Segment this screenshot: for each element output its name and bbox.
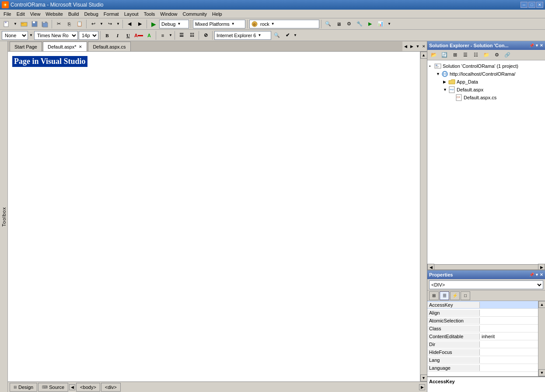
cut-button[interactable]: ✂ — [54, 19, 63, 29]
prop-value-dir[interactable] — [480, 344, 538, 345]
paste-button[interactable]: 📋 — [75, 19, 84, 29]
tb-btn-b[interactable]: 🖥 — [334, 19, 343, 29]
menu-website[interactable]: Website — [43, 10, 66, 18]
tree-default-aspx-cs[interactable]: C# Default.aspx.cs — [429, 94, 543, 102]
app-data-expand[interactable]: ▶ — [443, 80, 448, 84]
se-close-btn[interactable]: ✕ — [540, 43, 543, 48]
prop-target-select[interactable]: <DIV> — [429, 280, 543, 289]
tab-default-aspx-close[interactable]: ✕ — [79, 45, 82, 49]
breadcrumb-body[interactable]: <body> — [76, 383, 100, 392]
menu-build[interactable]: Build — [66, 10, 81, 18]
se-pin-button[interactable]: 📌 — [529, 43, 534, 48]
prop-value-hidefocus[interactable] — [480, 352, 538, 353]
prop-row-dir[interactable]: Dir — [427, 340, 538, 348]
prop-pages-btn[interactable]: □ — [461, 291, 470, 300]
scroll-down-arrow[interactable]: ▼ — [420, 374, 427, 382]
underline-button[interactable]: U — [123, 31, 133, 40]
prop-scrollbar[interactable]: ▲ ▼ — [538, 301, 545, 376]
tb-btn-a[interactable]: 🔍 — [323, 19, 333, 29]
menu-tools[interactable]: Tools — [141, 10, 158, 18]
debug-dropdown[interactable]: Debug ▼ — [159, 20, 189, 28]
save-all-button[interactable] — [40, 19, 50, 29]
menu-debug[interactable]: Debug — [81, 10, 101, 18]
browser-dropdown[interactable]: Internet Explorer 6 ▼ — [214, 31, 271, 40]
prop-row-accesskey[interactable]: AccessKey — [427, 301, 538, 309]
se-tb-btn-5[interactable]: ☷ — [471, 50, 481, 60]
default-aspx-expand[interactable]: ▼ — [443, 88, 448, 92]
menu-view[interactable]: View — [28, 10, 43, 18]
tb-btn-f[interactable]: 📊 — [376, 19, 385, 29]
close-button[interactable]: ✕ — [536, 2, 543, 8]
forward-button[interactable]: ▶ — [135, 19, 145, 29]
bullets-button[interactable]: ☰ — [177, 31, 186, 40]
bold-button[interactable]: B — [102, 31, 112, 40]
se-tb-btn-6[interactable]: 📁 — [482, 50, 491, 60]
tree-solution[interactable]: ▪ Solution 'ControlORama' (1 project) — [429, 62, 543, 70]
save-button[interactable] — [30, 19, 39, 29]
se-horizontal-scrollbar[interactable]: ◀ ▶ — [427, 264, 545, 270]
tree-default-aspx[interactable]: ▼ asp Default.aspx — [429, 86, 543, 94]
font-color-button[interactable]: A — [134, 31, 143, 40]
se-tb-btn-3[interactable]: ⊞ — [450, 50, 460, 60]
prop-row-class[interactable]: Class — [427, 325, 538, 332]
build-input-dropdown[interactable]: ⚙ rock ▼ — [249, 20, 319, 28]
menu-edit[interactable]: Edit — [14, 10, 28, 18]
website-expand[interactable]: ▼ — [436, 72, 441, 76]
scroll-up-arrow[interactable]: ▲ — [420, 52, 427, 59]
prop-row-align[interactable]: Align — [427, 309, 538, 317]
no-script-button[interactable]: ⊘ — [201, 31, 210, 40]
prop-row-atomicselection[interactable]: AtomicSelection — [427, 317, 538, 325]
validate-button[interactable]: ✔ — [283, 31, 292, 40]
preview-button[interactable]: 🔍 — [272, 31, 282, 40]
platform-dropdown[interactable]: Mixed Platforms ▼ — [193, 20, 245, 28]
toolbox-panel[interactable]: Toolbox — [0, 41, 8, 392]
italic-button[interactable]: I — [113, 31, 122, 40]
prop-scroll-down[interactable]: ▼ — [538, 369, 545, 376]
se-tb-btn-2[interactable]: 🔄 — [440, 50, 449, 60]
prop-events-btn[interactable]: ⚡ — [450, 291, 460, 300]
redo-button[interactable]: ↪ — [105, 19, 115, 29]
se-tb-btn-4[interactable]: ☰ — [461, 50, 470, 60]
dropdown-btn-1[interactable]: ▼ — [12, 19, 18, 29]
editor-scrollbar[interactable]: ▲ ▼ — [420, 52, 427, 382]
prop-category-btn[interactable]: ☰ — [440, 291, 449, 300]
open-button[interactable] — [19, 19, 29, 29]
prop-row-lang[interactable]: Lang — [427, 356, 538, 364]
font-select[interactable]: Times New Ro — [34, 31, 78, 40]
menu-layout[interactable]: Layout — [122, 10, 141, 18]
prop-row-language[interactable]: Language — [427, 364, 538, 372]
menu-file[interactable]: File — [1, 10, 14, 18]
prop-value-align[interactable] — [480, 312, 538, 313]
prop-pin-button[interactable]: 📌 — [529, 273, 534, 277]
format-more-btn[interactable]: ▼ — [293, 31, 297, 40]
tab-default-aspx[interactable]: Default.aspx* ✕ — [43, 42, 87, 51]
highlight-button[interactable]: A — [144, 31, 154, 40]
tree-app-data[interactable]: ▶ App_Data — [429, 78, 543, 86]
prop-scroll-up[interactable]: ▲ — [538, 301, 545, 308]
tab-scroll-right[interactable]: ▶ — [409, 42, 415, 51]
align-dropdown-btn[interactable]: ▼ — [168, 31, 173, 40]
breadcrumb-div[interactable]: <div> — [101, 383, 121, 392]
maximize-button[interactable]: □ — [528, 2, 535, 8]
tab-list-btn[interactable]: ▼ — [415, 42, 421, 51]
se-tb-btn-8[interactable]: 🔗 — [503, 50, 512, 60]
tree-website[interactable]: ▼ http://localhost/ControlORama/ — [429, 70, 543, 78]
prop-value-language[interactable] — [480, 368, 538, 368]
tab-scroll-left[interactable]: ◀ — [402, 42, 409, 51]
prop-sort-alpha-btn[interactable]: ⊞ — [429, 291, 439, 300]
tb-btn-c[interactable]: ⚙ — [344, 19, 354, 29]
prop-close-btn[interactable]: ✕ — [540, 273, 543, 277]
copy-button[interactable]: ⎘ — [64, 19, 74, 29]
tb-btn-d[interactable]: 🔧 — [355, 19, 364, 29]
numbered-button[interactable]: ☷ — [187, 31, 197, 40]
editor-content[interactable]: Page in Visual Studio — [8, 52, 420, 382]
run-button[interactable]: ▶ — [149, 19, 158, 29]
dropdown-btn-2[interactable]: ▼ — [386, 19, 392, 29]
minimize-button[interactable]: ─ — [521, 2, 528, 8]
size-select[interactable]: 14pt — [79, 31, 98, 40]
back-button[interactable]: ◀ — [125, 19, 134, 29]
menu-help[interactable]: Help — [210, 10, 225, 18]
prop-dropdown-btn[interactable]: ▼ — [535, 273, 539, 277]
breadcrumb-nav-left[interactable]: ◀ — [69, 384, 75, 390]
se-tb-btn-1[interactable]: 📂 — [429, 50, 439, 60]
